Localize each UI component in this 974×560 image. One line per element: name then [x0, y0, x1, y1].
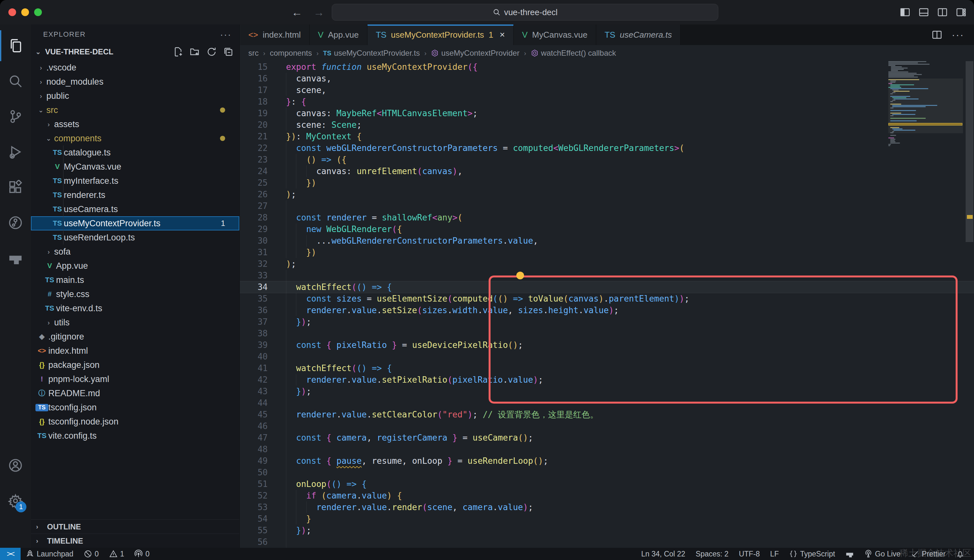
- status-item-go-live[interactable]: Go Live: [859, 548, 906, 560]
- file-tree-item-vite-env-d-ts[interactable]: TSvite-env.d.ts: [31, 301, 239, 315]
- status-item-extension-indicator[interactable]: [840, 548, 859, 560]
- code-line-55[interactable]: 55 });: [240, 525, 974, 536]
- tab-usecamera-ts[interactable]: TSuseCamera.ts: [596, 25, 681, 45]
- code-editor[interactable]: 15export function useMyContextProvider({…: [240, 61, 974, 548]
- new-folder-icon[interactable]: [190, 47, 200, 57]
- code-line-31[interactable]: 31 }): [240, 247, 974, 258]
- file-tree-item-node-modules[interactable]: ›node_modules: [31, 75, 239, 89]
- search-sidebar-icon[interactable]: [0, 66, 31, 97]
- code-line-25[interactable]: 25 }): [240, 177, 974, 188]
- file-tree-item-tsconfig-node-json[interactable]: {}tsconfig.node.json: [31, 415, 239, 429]
- breadcrumb[interactable]: src›components›TSuseMyContextProvider.ts…: [240, 45, 974, 61]
- file-tree-item-pnpm-lock-yaml[interactable]: !pnpm-lock.yaml: [31, 372, 239, 386]
- code-line-27[interactable]: 27: [240, 200, 974, 212]
- file-tree-item-style-css[interactable]: #style.css: [31, 287, 239, 301]
- run-debug-icon[interactable]: [0, 137, 31, 167]
- tab-app-vue[interactable]: VApp.vue: [309, 25, 368, 45]
- breadcrumb-item[interactable]: TSuseMyContextProvider.ts: [323, 48, 420, 58]
- explorer-more-icon[interactable]: ···: [220, 29, 232, 40]
- file-tree-item-myinterface-ts[interactable]: TSmyInterface.ts: [31, 174, 239, 188]
- breadcrumb-item[interactable]: src: [248, 48, 259, 58]
- code-line-50[interactable]: 50: [240, 467, 974, 478]
- timeline-section[interactable]: › TIMELINE: [31, 533, 239, 548]
- file-tree-item-src[interactable]: ⌄src: [31, 103, 239, 117]
- file-tree-item-tsconfig-json[interactable]: TStsconfig.json: [31, 400, 239, 415]
- breadcrumb-item[interactable]: useMyContextProvider: [431, 48, 520, 58]
- close-window-button[interactable]: [8, 8, 16, 16]
- live-share-icon[interactable]: [0, 207, 31, 238]
- breadcrumb-item[interactable]: components: [270, 48, 312, 58]
- file-tree-item-main-ts[interactable]: TSmain.ts: [31, 273, 239, 287]
- project-root-row[interactable]: ⌄ VUE-THREE-DECL: [31, 44, 239, 59]
- file-tree-item-userenderloop-ts[interactable]: TSuseRenderLoop.ts: [31, 230, 239, 245]
- code-line-51[interactable]: 51 onLoop(() => {: [240, 478, 974, 490]
- file-tree-item-sofa[interactable]: ›sofa: [31, 245, 239, 259]
- file-tree-item-catalogue-ts[interactable]: TScatalogue.ts: [31, 145, 239, 160]
- file-tree-item-usecamera-ts[interactable]: TSuseCamera.ts: [31, 202, 239, 216]
- code-line-17[interactable]: 17 scene,: [240, 84, 974, 96]
- split-editor-icon[interactable]: [932, 30, 942, 40]
- code-line-15[interactable]: 15export function useMyContextProvider({: [240, 61, 974, 73]
- file-tree-item-mycanvas-vue[interactable]: VMyCanvas.vue: [31, 160, 239, 174]
- toggle-sidebar-icon[interactable]: [900, 7, 910, 17]
- minimize-window-button[interactable]: [21, 8, 29, 16]
- code-line-46[interactable]: 46: [240, 420, 974, 432]
- split-editor-right-icon[interactable]: [937, 7, 947, 17]
- command-center-search[interactable]: vue-three-decl: [332, 4, 718, 21]
- back-icon[interactable]: ←: [291, 6, 302, 19]
- new-file-icon[interactable]: [173, 47, 183, 57]
- toggle-panel-icon[interactable]: [919, 7, 929, 17]
- outline-section[interactable]: › OUTLINE: [31, 520, 239, 533]
- breadcrumb-item[interactable]: watchEffect() callback: [531, 48, 616, 58]
- tab-usemycontextprovider-ts[interactable]: TSuseMyContextProvider.ts1×: [368, 25, 514, 45]
- code-line-22[interactable]: 22 const webGLRendererConstructorParamet…: [240, 142, 974, 154]
- source-control-icon[interactable]: [0, 101, 31, 132]
- status-item-language-mode[interactable]: TypeScript: [784, 548, 840, 560]
- code-line-32[interactable]: 32);: [240, 258, 974, 270]
- tab-mycanvas-vue[interactable]: VMyCanvas.vue: [514, 25, 596, 45]
- status-item-warnings[interactable]: 1: [104, 548, 129, 560]
- extensions-icon[interactable]: [0, 172, 31, 203]
- close-icon[interactable]: ×: [500, 30, 505, 40]
- code-line-52[interactable]: 52 if (camera.value) {: [240, 490, 974, 502]
- code-line-18[interactable]: 18}: {: [240, 96, 974, 107]
- file-tree-item-utils[interactable]: ›utils: [31, 315, 239, 330]
- code-line-45[interactable]: 45 renderer.value.setClearColor("red"); …: [240, 409, 974, 420]
- code-line-21[interactable]: 21}): MyContext {: [240, 131, 974, 142]
- code-line-29[interactable]: 29 new WebGLRenderer({: [240, 223, 974, 235]
- code-line-56[interactable]: 56: [240, 536, 974, 548]
- code-line-49[interactable]: 49 const { pause, resume, onLoop } = use…: [240, 455, 974, 467]
- remote-indicator[interactable]: ><: [0, 548, 21, 560]
- more-actions-icon[interactable]: ···: [952, 29, 964, 40]
- vertical-scrollbar[interactable]: [965, 61, 974, 548]
- code-line-53[interactable]: 53 renderer.value.render(scene, camera.v…: [240, 502, 974, 513]
- code-line-47[interactable]: 47 const { camera, registerCamera } = us…: [240, 432, 974, 443]
- collapse-all-icon[interactable]: [223, 47, 234, 57]
- file-tree-item-app-vue[interactable]: VApp.vue: [31, 259, 239, 273]
- zoom-window-button[interactable]: [34, 8, 42, 16]
- code-line-26[interactable]: 26);: [240, 188, 974, 200]
- code-line-54[interactable]: 54 }: [240, 513, 974, 525]
- file-tree-item-package-json[interactable]: {}package.json: [31, 358, 239, 372]
- status-item-indentation[interactable]: Spaces: 2: [690, 548, 734, 560]
- tab-index-html[interactable]: <>index.html: [240, 25, 309, 45]
- status-item-cursor-position[interactable]: Ln 34, Col 22: [636, 548, 690, 560]
- code-line-48[interactable]: 48: [240, 443, 974, 455]
- minimap-slider[interactable]: [888, 78, 963, 133]
- status-item-ports[interactable]: 0: [129, 548, 155, 560]
- file-tree-item-index-html[interactable]: <>index.html: [31, 344, 239, 358]
- blocks-extension-icon[interactable]: [0, 243, 31, 273]
- refresh-icon[interactable]: [206, 47, 217, 57]
- status-item-encoding[interactable]: UTF-8: [734, 548, 765, 560]
- code-line-24[interactable]: 24 canvas: unrefElement(canvas),: [240, 165, 974, 177]
- status-item-eol[interactable]: LF: [765, 548, 784, 560]
- customize-layout-icon[interactable]: [956, 7, 966, 17]
- file-tree-item--vscode[interactable]: ›.vscode: [31, 60, 239, 75]
- file-tree-item-renderer-ts[interactable]: TSrenderer.ts: [31, 188, 239, 202]
- account-icon[interactable]: [0, 450, 31, 481]
- file-tree-item-public[interactable]: ›public: [31, 89, 239, 103]
- file-tree-item-usemycontextprovider-ts[interactable]: TSuseMyContextProvider.ts1: [31, 216, 239, 230]
- code-line-23[interactable]: 23 () => ({: [240, 154, 974, 165]
- explorer-icon[interactable]: [0, 30, 31, 61]
- file-tree-item-components[interactable]: ⌄components: [31, 131, 239, 145]
